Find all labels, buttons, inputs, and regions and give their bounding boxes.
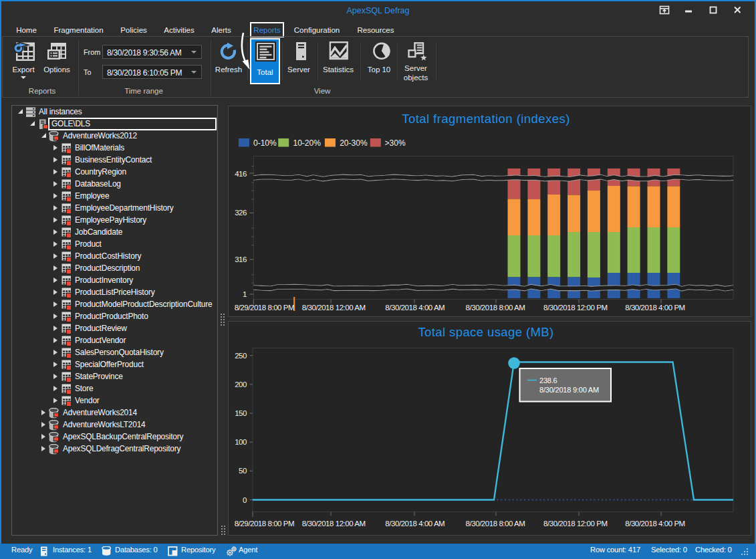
- svg-text:8/30/2018 12:00 AM: 8/30/2018 12:00 AM: [302, 520, 366, 528]
- svg-text:10-20%: 10-20%: [293, 138, 322, 148]
- svg-text:Total space usage (MB): Total space usage (MB): [418, 325, 553, 339]
- svg-text:8/30/2018 4:00 AM: 8/30/2018 4:00 AM: [385, 520, 445, 528]
- svg-text:150: 150: [235, 409, 247, 417]
- svg-text:238.6: 238.6: [539, 376, 557, 384]
- svg-text:0: 0: [243, 496, 247, 504]
- svg-text:416: 416: [235, 170, 247, 178]
- svg-text:316: 316: [235, 255, 247, 263]
- svg-text:1: 1: [243, 290, 247, 298]
- svg-text:8/30/2018 12:00 PM: 8/30/2018 12:00 PM: [543, 304, 607, 312]
- svg-text:8/30/2018 12:00 AM: 8/30/2018 12:00 AM: [302, 304, 366, 312]
- svg-text:50: 50: [239, 467, 247, 475]
- svg-text:200: 200: [235, 380, 247, 388]
- svg-text:8/30/2018 8:00 AM: 8/30/2018 8:00 AM: [466, 520, 525, 528]
- svg-text:8/30/2018 4:00 AM: 8/30/2018 4:00 AM: [385, 304, 445, 312]
- svg-text:>30%: >30%: [385, 138, 406, 148]
- svg-text:20-30%: 20-30%: [340, 138, 368, 148]
- svg-text:8/29/2018 8:00 PM: 8/29/2018 8:00 PM: [235, 520, 295, 528]
- svg-text:8/29/2018 8:00 PM: 8/29/2018 8:00 PM: [235, 304, 295, 312]
- svg-text:8/30/2018 4:00 PM: 8/30/2018 4:00 PM: [625, 520, 685, 528]
- svg-text:8/30/2018 4:00 PM: 8/30/2018 4:00 PM: [625, 304, 685, 312]
- svg-text:8/30/2018 8:00 AM: 8/30/2018 8:00 AM: [466, 304, 525, 312]
- svg-text:250: 250: [235, 352, 247, 360]
- svg-text:Total fragmentation (indexes): Total fragmentation (indexes): [402, 112, 570, 126]
- svg-text:0-10%: 0-10%: [253, 138, 277, 148]
- svg-text:8/30/2018 9:00 AM: 8/30/2018 9:00 AM: [539, 386, 599, 394]
- svg-text:100: 100: [235, 438, 247, 446]
- svg-text:8/30/2018 12:00 PM: 8/30/2018 12:00 PM: [543, 520, 607, 528]
- svg-text:326: 326: [235, 209, 247, 217]
